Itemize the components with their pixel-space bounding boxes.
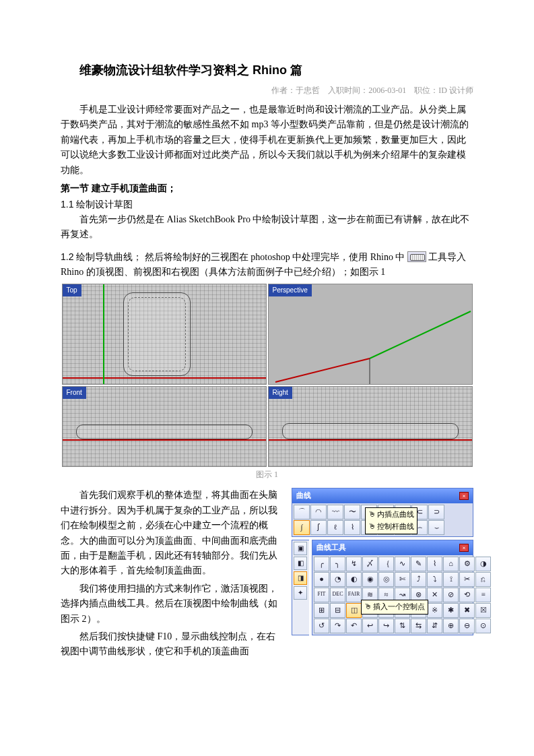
- fit-tool-icon[interactable]: FIT: [314, 588, 329, 602]
- phone-front-outline: [76, 424, 253, 439]
- tool-icon[interactable]: ⤴: [411, 572, 426, 587]
- tool-icon[interactable]: ⎌: [475, 572, 491, 587]
- viewport-label-front: Front: [63, 387, 86, 399]
- tool-icon[interactable]: ⤵: [427, 572, 442, 587]
- viewport-front: Front: [62, 386, 267, 467]
- close-icon[interactable]: ×: [459, 492, 469, 500]
- tool-icon[interactable]: 〆: [362, 557, 378, 571]
- insert-control-point-tool-icon[interactable]: ◫: [346, 603, 362, 618]
- tool-icon[interactable]: ∿: [395, 557, 410, 571]
- tool-icon[interactable]: ⟟: [443, 572, 459, 587]
- tool-icon[interactable]: ↺: [314, 619, 329, 633]
- tool-icon[interactable]: ✎: [411, 557, 426, 571]
- curve-tools-title[interactable]: 曲线工具 ×: [312, 540, 473, 555]
- tool-icon[interactable]: ╭: [314, 557, 329, 571]
- tool-icon[interactable]: ✄: [395, 572, 410, 587]
- tool-icon[interactable]: ↯: [346, 557, 362, 571]
- tool-icon[interactable]: ╮: [330, 557, 345, 571]
- tool-icon[interactable]: ↪: [378, 619, 394, 633]
- tool-icon[interactable]: ◑: [475, 557, 491, 571]
- figure-1-caption: 图示 1: [61, 468, 473, 481]
- curve-tool-icon[interactable]: ⌒: [294, 505, 310, 519]
- curve-tools-title-text: 曲线工具: [316, 542, 346, 554]
- tool-icon[interactable]: ⊟: [330, 603, 345, 618]
- tool-icon[interactable]: ⊘: [443, 588, 459, 602]
- rhino-four-viewport-figure: Top Perspective Front Right: [62, 284, 473, 467]
- tool-icon[interactable]: ✖: [459, 603, 475, 618]
- tool-icon[interactable]: ●: [314, 572, 329, 587]
- viewport-top: Top: [62, 284, 267, 385]
- analysis-paragraph: 首先我们观察手机的整体造型，将其曲面在头脑中进行拆分。因为手机属于复杂的工业产品…: [61, 488, 283, 578]
- tool-icon[interactable]: ⊕: [443, 619, 459, 633]
- curve-toolbar-title-text: 曲线: [296, 490, 311, 502]
- join-date: 2006-03-01: [368, 86, 406, 95]
- tool-icon[interactable]: ☒: [475, 603, 491, 618]
- curve-toolbar-panel: 曲线 × ⌒ ◠ 〰 〜 ◡ ∿ ◯ ⊂ ⊃ ∫ ʃ ℓ ⌇ ∩ ∪ ⊓ ⌢: [292, 488, 473, 537]
- intro-paragraph: 手机是工业设计师经常要面对产品之一，也是最靠近时尚和设计潮流的工业产品。从分类上…: [61, 102, 473, 178]
- tooltip-interp-curve: 🖰 内插点曲线 🖰 控制杆曲线: [365, 507, 418, 534]
- tool-icon[interactable]: ⟲: [459, 588, 475, 602]
- curve-tool-icon[interactable]: ʃ: [310, 520, 327, 535]
- author: 于忠哲: [296, 86, 320, 95]
- tool-icon[interactable]: ≡: [475, 588, 491, 602]
- viewport-right: Right: [268, 386, 473, 467]
- tool-icon[interactable]: ↷: [330, 619, 345, 633]
- side-tool-icon[interactable]: ▣: [294, 542, 307, 555]
- phone-top-outline: [123, 292, 191, 376]
- curve-tool-icon[interactable]: 〰: [327, 505, 343, 519]
- close-icon[interactable]: ×: [459, 544, 469, 552]
- curve-tool-icon[interactable]: ⊃: [428, 505, 444, 519]
- tool-icon[interactable]: ｛: [378, 557, 394, 571]
- tool-icon[interactable]: ⇆: [411, 619, 426, 633]
- tool-icon[interactable]: ◐: [346, 572, 362, 587]
- curve-tool-icon[interactable]: 〜: [344, 505, 360, 519]
- section-1-2-heading: 1.2 绘制导轨曲线；: [61, 251, 142, 262]
- section-1-1-text: 首先第一步仍然是在 Alias SketchBook Pro 中绘制设计草图，这…: [61, 212, 473, 243]
- curve-tools-panel: 曲线工具 × ╭ ╮ ↯ 〆 ｛ ∿ ✎ ⌇ ⌂ ⚙ ◑ ● ◔: [312, 540, 473, 635]
- side-tool-icon[interactable]: ◨: [294, 571, 307, 585]
- tool-icon[interactable]: ⚙: [459, 557, 475, 571]
- tool-icon[interactable]: ※: [427, 603, 442, 618]
- tool-icon[interactable]: ✂: [459, 572, 475, 587]
- viewport-label-right: Right: [269, 387, 292, 399]
- dec-tool-icon[interactable]: DEC: [330, 588, 345, 602]
- tool-icon[interactable]: ↶: [346, 619, 362, 633]
- tool-icon[interactable]: ✕: [427, 588, 442, 602]
- tool-icon[interactable]: ◔: [330, 572, 345, 587]
- tool-icon[interactable]: ⌇: [427, 557, 442, 571]
- tool-icon[interactable]: ◎: [378, 572, 394, 587]
- tool-icon[interactable]: ↩: [362, 619, 378, 633]
- phone-right-outline: [282, 423, 459, 439]
- interp-curve-tool-icon[interactable]: ∫: [294, 520, 310, 535]
- section-1-2-text-a: 然后将绘制好的三视图在 photoshop 中处理完毕，使用 Rhino 中: [145, 252, 405, 262]
- curve-tool-icon[interactable]: ⌣: [428, 520, 444, 535]
- byline: 作者：于忠哲 入职时间：2006-03-01 职位：ID 设计师: [61, 84, 473, 97]
- curve-tools-grid: ╭ ╮ ↯ 〆 ｛ ∿ ✎ ⌇ ⌂ ⚙ ◑ ● ◔ ◐ ◉ ◎ ✄: [312, 555, 473, 635]
- section-1-2: 1.2 绘制导轨曲线； 然后将绘制好的三视图在 photoshop 中处理完毕，…: [61, 249, 473, 280]
- curve-tools-wrapper: ▣ ◧ ◨ ✦ 曲线工具 × ╭ ╮ ↯ 〆 ｛ ∿ ✎ ⌇: [292, 540, 473, 635]
- tool-icon[interactable]: ⇵: [427, 619, 442, 633]
- join-label: 入职时间：: [328, 86, 368, 95]
- picture-frame-tool-icon: [407, 251, 426, 262]
- curve-tool-icon[interactable]: ⌇: [344, 520, 360, 535]
- tool-icon[interactable]: ✱: [443, 603, 459, 618]
- tool-icon[interactable]: ⇅: [395, 619, 410, 633]
- svg-line-1: [275, 358, 370, 382]
- side-tool-icon[interactable]: ◧: [294, 557, 307, 570]
- section-1-heading: 第一节 建立手机顶盖曲面；: [61, 181, 473, 195]
- author-label: 作者：: [271, 86, 296, 95]
- tool-icon[interactable]: ◉: [362, 572, 378, 587]
- svg-line-0: [370, 311, 471, 358]
- curve-toolbar-title[interactable]: 曲线 ×: [292, 489, 473, 503]
- fair-tool-icon[interactable]: FAIR: [346, 588, 362, 602]
- tool-icon[interactable]: ⊙: [475, 619, 491, 633]
- tool-icon[interactable]: ⊖: [459, 619, 475, 633]
- viewport-label-top: Top: [63, 284, 81, 296]
- tool-icon[interactable]: ⊞: [314, 603, 329, 618]
- tooltip-insert-control-point: 🖰 插入一个控制点: [361, 600, 428, 615]
- curve-tool-icon[interactable]: ◠: [310, 505, 327, 519]
- curve-tool-icon[interactable]: ℓ: [327, 520, 343, 535]
- tool-icon[interactable]: ⌂: [443, 557, 459, 571]
- side-tool-icon[interactable]: ✦: [294, 586, 307, 600]
- perspective-axes-icon: [269, 284, 472, 384]
